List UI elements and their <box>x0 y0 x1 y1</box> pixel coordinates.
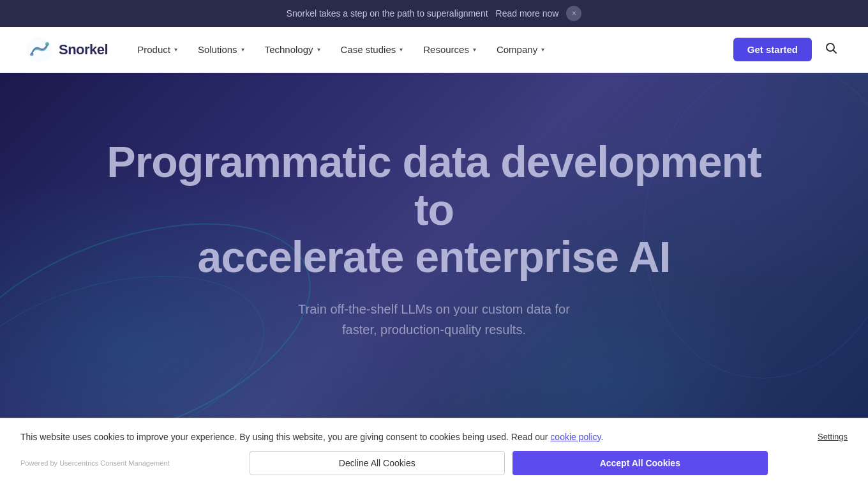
cookie-actions: Decline All Cookies Accept All Cookies <box>170 451 848 475</box>
chevron-down-icon: ▾ <box>241 46 244 53</box>
cookie-banner: This website uses cookies to improve you… <box>0 418 868 488</box>
decline-cookies-button[interactable]: Decline All Cookies <box>250 451 505 475</box>
cookie-text: This website uses cookies to improve you… <box>20 432 805 442</box>
search-button[interactable] <box>819 36 842 63</box>
nav-links: Product ▾ Solutions ▾ Technology ▾ Case … <box>128 39 733 60</box>
powered-by-text: Powered by Usercentrics Consent Manageme… <box>20 459 170 467</box>
cookie-bottom-row: Powered by Usercentrics Consent Manageme… <box>20 451 848 475</box>
svg-line-4 <box>834 50 837 54</box>
nav-item-company[interactable]: Company ▾ <box>488 39 553 60</box>
chevron-down-icon: ▾ <box>473 46 476 53</box>
announcement-bar: Snorkel takes a step on the path to supe… <box>0 0 868 27</box>
cookie-settings-button[interactable]: Settings <box>818 432 848 441</box>
logo[interactable]: Snorkel <box>26 36 108 64</box>
logo-text: Snorkel <box>59 42 108 58</box>
chevron-down-icon: ▾ <box>400 46 403 53</box>
nav-item-product[interactable]: Product ▾ <box>128 39 186 60</box>
chevron-down-icon: ▾ <box>174 46 177 53</box>
nav-item-technology[interactable]: Technology ▾ <box>256 39 329 60</box>
search-icon <box>825 42 837 54</box>
chevron-down-icon: ▾ <box>541 46 544 53</box>
get-started-button[interactable]: Get started <box>733 38 812 61</box>
logo-icon <box>26 36 54 64</box>
close-icon[interactable]: × <box>566 6 581 21</box>
nav-item-case-studies[interactable]: Case studies ▾ <box>332 39 412 60</box>
chevron-down-icon: ▾ <box>317 46 320 53</box>
svg-point-2 <box>31 52 34 56</box>
hero-section: Programmatic data development to acceler… <box>0 73 868 418</box>
nav-actions: Get started <box>733 36 842 63</box>
cookie-top-row: This website uses cookies to improve you… <box>20 432 848 442</box>
svg-point-1 <box>45 42 49 46</box>
nav-item-solutions[interactable]: Solutions ▾ <box>189 39 253 60</box>
nav-item-resources[interactable]: Resources ▾ <box>414 39 485 60</box>
main-nav: Snorkel Product ▾ Solutions ▾ Technology… <box>0 27 868 73</box>
hero-subtitle: Train off-the-shelf LLMs on your custom … <box>298 299 570 340</box>
announcement-link[interactable]: Read more now <box>496 8 559 19</box>
hero-title: Programmatic data development to acceler… <box>83 138 785 281</box>
announcement-text: Snorkel takes a step on the path to supe… <box>287 8 488 19</box>
cookie-policy-link[interactable]: cookie policy <box>550 432 601 442</box>
accept-cookies-button[interactable]: Accept All Cookies <box>513 451 768 475</box>
